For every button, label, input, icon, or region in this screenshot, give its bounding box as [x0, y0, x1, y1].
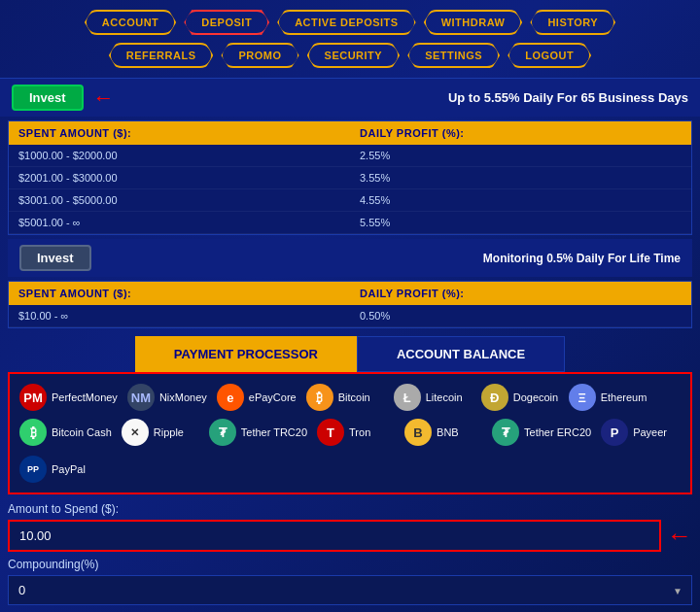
payment-label: Litecoin	[426, 391, 463, 403]
plan2-col2-body: 0.50%	[350, 305, 691, 327]
tether-erc20-icon: ₮	[492, 419, 519, 446]
plan2-col2: DAILY PROFIT (%): 0.50%	[350, 282, 691, 327]
payment-row-2: ₿Bitcoin Cash✕Ripple₮Tether TRC20TTronBB…	[19, 419, 681, 483]
payment-item-bitcoin-cash[interactable]: ₿Bitcoin Cash	[19, 419, 112, 446]
plan1-col1: SPENT AMOUNT ($): $1000.00 - $2000.00$20…	[9, 121, 350, 234]
epaycore-icon: e	[217, 384, 244, 411]
payment-item-ethereum[interactable]: ΞEthereum	[569, 384, 648, 411]
monitoring-bar: Invest Monitoring 0.5% Daily For Life Ti…	[8, 239, 692, 277]
invest-button[interactable]: Invest	[12, 85, 84, 111]
nav-btn-deposit[interactable]: DEPOSIT	[184, 10, 269, 35]
payment-label: Dogecoin	[513, 391, 558, 403]
nav-btn-settings[interactable]: SETTINGS	[407, 43, 500, 68]
monitoring-text: Monitoring 0.5% Daily For Life Time	[483, 252, 681, 265]
table-row: $2001.00 - $3000.00	[9, 167, 350, 189]
nixmoney-icon: NM	[127, 384, 155, 411]
payment-item-payeer[interactable]: PPayeer	[601, 419, 679, 446]
payment-item-tether-erc20[interactable]: ₮Tether ERC20	[492, 419, 591, 446]
payment-label: Tron	[349, 426, 370, 438]
invest-tagline: Up to 5.55% Daily For 65 Business Days	[448, 90, 688, 105]
paypal-icon: PP	[19, 456, 47, 483]
bitcoin-cash-icon: ₿	[19, 419, 47, 446]
table-row: 5.55%	[350, 212, 691, 234]
nav-bottom: REFERRALSPROMOSECURITYSETTINGSLOGOUT	[0, 39, 700, 78]
payment-item-epaycore[interactable]: eePayCore	[217, 384, 297, 411]
payment-item-paypal[interactable]: PPPayPal	[19, 456, 97, 483]
compounding-wrapper	[8, 575, 692, 605]
invest-header: Invest ← Up to 5.55% Daily For 65 Busine…	[0, 78, 700, 117]
plan2-col1-body: $10.00 - ∞	[9, 305, 350, 327]
payeer-icon: P	[601, 419, 628, 446]
payment-label: Bitcoin Cash	[52, 426, 112, 438]
table-row: 3.55%	[350, 167, 691, 189]
amount-input[interactable]	[8, 520, 661, 552]
tether-trc20-icon: ₮	[209, 419, 236, 446]
plan2-col1: SPENT AMOUNT ($): $10.00 - ∞	[9, 282, 350, 327]
litecoin-icon: Ł	[394, 384, 421, 411]
payment-item-tether-trc20[interactable]: ₮Tether TRC20	[209, 419, 307, 446]
payment-item-nixmoney[interactable]: NMNixMoney	[127, 384, 207, 411]
nav-btn-promo[interactable]: PROMO	[221, 43, 298, 68]
payment-item-dogecoin[interactable]: ÐDogecoin	[481, 384, 559, 411]
ripple-icon: ✕	[122, 419, 149, 446]
invest-arrow-icon: ←	[93, 85, 115, 111]
nav-btn-referrals[interactable]: REFERRALS	[109, 43, 214, 68]
payment-label: BNB	[437, 426, 459, 438]
payment-row-1: PMPerfectMoneyNMNixMoneyeePayCore₿Bitcoi…	[19, 384, 681, 411]
compounding-input[interactable]	[8, 575, 692, 605]
nav-btn-active-deposits[interactable]: ACTIVE DEPOSITS	[277, 10, 416, 35]
tabs-row: PAYMENT PROCESSOR ACCOUNT BALANCE	[8, 336, 692, 372]
payment-item-bnb[interactable]: BBNB	[404, 419, 482, 446]
amount-input-row: ←	[8, 520, 692, 552]
plan1-col2-body: 2.55%3.55%4.55%5.55%	[350, 145, 691, 234]
plan2-col2-header: DAILY PROFIT (%):	[350, 282, 691, 305]
payment-item-tron[interactable]: TTron	[317, 419, 395, 446]
nav-btn-logout[interactable]: LOGOUT	[508, 43, 591, 68]
tab-account-balance[interactable]: ACCOUNT BALANCE	[357, 336, 565, 372]
tron-icon: T	[317, 419, 344, 446]
nav-btn-account[interactable]: ACCOUNT	[85, 10, 177, 35]
table-row: 0.50%	[350, 305, 691, 327]
plan1-col1-body: $1000.00 - $2000.00$2001.00 - $3000.00$3…	[9, 145, 350, 234]
nav-btn-security[interactable]: SECURITY	[307, 43, 401, 68]
payment-label: Tether ERC20	[524, 426, 591, 438]
payment-label: Payeer	[633, 426, 667, 438]
plan1-table: SPENT AMOUNT ($): $1000.00 - $2000.00$20…	[9, 121, 691, 234]
plan1-section: SPENT AMOUNT ($): $1000.00 - $2000.00$20…	[8, 120, 692, 235]
ethereum-icon: Ξ	[569, 384, 596, 411]
nav-btn-history[interactable]: HISTORY	[530, 10, 615, 35]
payment-item-perfectmoney[interactable]: PMPerfectMoney	[19, 384, 118, 411]
payment-label: Ethereum	[601, 391, 648, 403]
table-row: $5001.00 - ∞	[9, 212, 350, 234]
plan2-table: SPENT AMOUNT ($): $10.00 - ∞ DAILY PROFI…	[9, 282, 691, 327]
payment-label: ePayCore	[249, 391, 297, 403]
dogecoin-icon: Ð	[481, 384, 508, 411]
bitcoin-icon: ₿	[306, 384, 333, 411]
table-row: $1000.00 - $2000.00	[9, 145, 350, 167]
invest2-button[interactable]: Invest	[19, 245, 91, 271]
payment-section: PMPerfectMoneyNMNixMoneyeePayCore₿Bitcoi…	[8, 372, 692, 494]
payment-item-litecoin[interactable]: ŁLitecoin	[394, 384, 472, 411]
payment-item-bitcoin[interactable]: ₿Bitcoin	[306, 384, 384, 411]
bnb-icon: B	[404, 419, 432, 446]
payment-label: Tether TRC20	[241, 426, 307, 438]
payment-label: PayPal	[52, 463, 86, 475]
amount-section: Amount to Spend ($): ←	[8, 502, 692, 552]
perfectmoney-icon: PM	[19, 384, 47, 411]
payment-label: Ripple	[154, 426, 184, 438]
table-row: 4.55%	[350, 189, 691, 212]
compounding-label: Compounding(%)	[8, 558, 692, 571]
amount-arrow-icon: ←	[667, 521, 692, 551]
payment-label: Bitcoin	[338, 391, 370, 403]
payment-label: NixMoney	[159, 391, 207, 403]
nav-top: ACCOUNTDEPOSITACTIVE DEPOSITSWITHDRAWHIS…	[0, 0, 700, 39]
amount-label: Amount to Spend ($):	[8, 502, 692, 516]
payment-label: PerfectMoney	[52, 391, 118, 403]
plan2-section: SPENT AMOUNT ($): $10.00 - ∞ DAILY PROFI…	[8, 281, 692, 328]
nav-btn-withdraw[interactable]: WITHDRAW	[424, 10, 523, 35]
tab-payment-processor[interactable]: PAYMENT PROCESSOR	[135, 336, 357, 372]
payment-item-ripple[interactable]: ✕Ripple	[122, 419, 199, 446]
table-row: 2.55%	[350, 145, 691, 167]
table-row: $10.00 - ∞	[9, 305, 350, 327]
table-row: $3001.00 - $5000.00	[9, 189, 350, 212]
